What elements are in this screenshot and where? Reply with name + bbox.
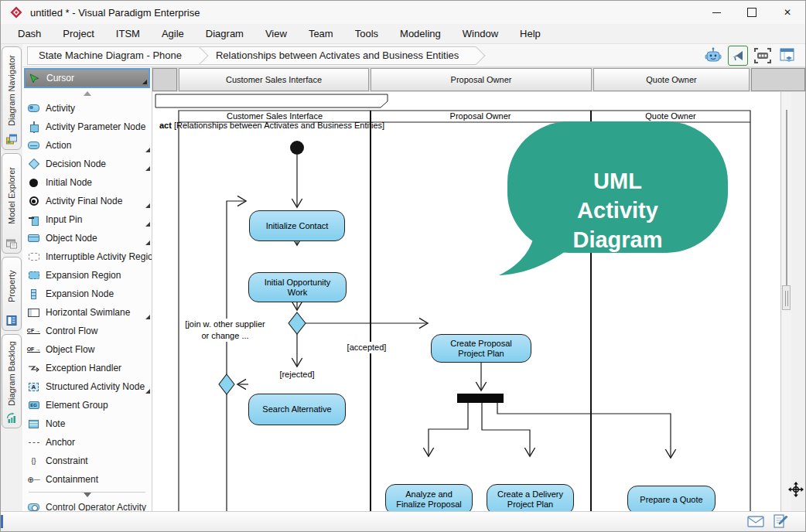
maximize-button[interactable] (734, 1, 770, 24)
sidebar-tab-diagram-navigator[interactable]: Diagram Navigator (2, 46, 22, 150)
model-explorer-icon (6, 237, 18, 249)
palette-item-note[interactable]: Note (22, 414, 152, 433)
submenu-corner-icon (145, 222, 150, 227)
tool-palette: Cursor Activity Activity Parameter Node … (22, 67, 152, 511)
edit-log-button[interactable] (771, 513, 790, 529)
sticky-header-corner[interactable] (152, 68, 177, 91)
vertical-scrollbar[interactable] (780, 92, 791, 511)
frame-title: [Relationships between Activates and Bus… (174, 121, 384, 130)
palette-item-expansion-node[interactable]: Expansion Node (22, 285, 152, 303)
sidebar-tab-diagram-backlog[interactable]: Diagram Backlog (2, 334, 22, 428)
palette-scroll-down[interactable] (84, 497, 91, 509)
merge-node[interactable] (219, 374, 234, 394)
object-flow-icon: OF (27, 344, 40, 356)
node-prepare-a-quote[interactable]: Prepare a Quote (627, 486, 715, 511)
node-initialize-contact[interactable]: Initialize Contact (249, 210, 345, 241)
menu-item-itsm[interactable]: ITSM (105, 25, 151, 43)
decision-node[interactable] (289, 312, 306, 334)
menu-item-modeling[interactable]: Modeling (389, 25, 452, 43)
palette-item-object-flow[interactable]: OFObject Flow (22, 340, 152, 359)
close-button[interactable] (770, 1, 805, 24)
palette-item-object-node[interactable]: Object Node (22, 229, 152, 247)
menu-item-help[interactable]: Help (509, 25, 552, 43)
lane-header-customer-sales-interface[interactable]: Customer Sales Interface (227, 111, 323, 121)
menu-item-tools[interactable]: Tools (344, 25, 389, 43)
menu-item-dash[interactable]: Dash (7, 25, 52, 43)
sticky-header-proposal-owner[interactable]: Proposal Owner (371, 68, 592, 91)
node-analyze-and-finalize-proposal[interactable]: Analyze and Finalize Proposal (385, 484, 473, 511)
diagram-overview-button[interactable] (777, 46, 797, 66)
palette-item-activity[interactable]: Activity (22, 99, 152, 118)
element-group-icon: EG (29, 401, 39, 409)
menu-item-team[interactable]: Team (298, 25, 344, 43)
edge-label-rejected[interactable]: [rejected] (274, 369, 320, 380)
palette-item-structured-activity-node[interactable]: AStructured Activity Node (22, 377, 152, 396)
app-window: untitled * - Visual Paradigm Enterprise … (0, 0, 806, 532)
breadcrumb-item-current-diagram[interactable]: Relationships between Activates and Busi… (199, 46, 476, 65)
submenu-corner-icon (145, 203, 150, 208)
menu-item-window[interactable]: Window (452, 25, 509, 43)
palette-item-expansion-region[interactable]: Expansion Region (22, 266, 152, 285)
edge-fork-to-delivery[interactable] (482, 403, 530, 455)
node-create-proposal-project-plan[interactable]: Create Proposal Project Plan (431, 334, 531, 363)
messages-button[interactable] (746, 513, 765, 529)
swimlane-sticky-header: Customer Sales Interface Proposal Owner … (152, 67, 805, 92)
menu-item-project[interactable]: Project (52, 25, 104, 43)
selection-frame-button[interactable] (753, 46, 773, 66)
edge-fork-to-analyze[interactable] (429, 403, 468, 455)
fork-bar[interactable] (457, 394, 504, 403)
edge-label-join[interactable]: [join w. other supplier or change ... (184, 319, 266, 342)
diagram-canvas[interactable]: Customer Sales Interface Proposal Owner … (152, 92, 780, 511)
activity-icon (28, 104, 39, 112)
sticky-header-quote-owner[interactable]: Quote Owner (593, 68, 750, 91)
palette-item-anchor[interactable]: Anchor (22, 433, 152, 452)
palette-item-decision-node[interactable]: Decision Node (22, 155, 152, 173)
palette-item-horizontal-swimlane[interactable]: Horizontal Swimlane (22, 303, 152, 322)
assistant-robot-button[interactable] (703, 46, 723, 66)
structured-activity-node-icon: A (29, 383, 39, 391)
palette-scroll-up[interactable] (22, 88, 152, 99)
sidebar-tab-label: Property (2, 262, 21, 310)
panel-splitter-grip[interactable] (782, 285, 791, 310)
lane-header-quote-owner[interactable]: Quote Owner (645, 111, 696, 121)
submenu-corner-icon (145, 315, 150, 319)
palette-item-activity-parameter-node[interactable]: Activity Parameter Node (22, 118, 152, 136)
palette-item-action[interactable]: Action (22, 136, 152, 155)
node-create-a-delivery-project-plan[interactable]: Create a Delivery Project Plan (487, 484, 574, 511)
object-node-icon (28, 234, 39, 242)
palette-item-exception-handler[interactable]: Exception Handler (22, 359, 152, 377)
sidebar-tab-model-explorer[interactable]: Model Explorer (2, 153, 22, 254)
menu-item-agile[interactable]: Agile (151, 25, 195, 43)
sticky-header-corner-right[interactable] (751, 68, 805, 91)
palette-item-activity-final-node[interactable]: Activity Final Node (22, 192, 152, 210)
minimize-button[interactable] (698, 1, 734, 24)
edge-label-accepted[interactable]: [accepted] (344, 342, 389, 353)
palette-item-element-group[interactable]: EGElement Group (22, 396, 152, 414)
scrollbar-thumb[interactable] (786, 110, 787, 294)
edge-merge-to-initialize-contact[interactable] (227, 201, 245, 374)
menu-item-view[interactable]: View (254, 25, 298, 43)
palette-item-interruptible-activity-region[interactable]: Interruptible Activity Region (22, 247, 152, 266)
palette-item-initial-node[interactable]: Initial Node (22, 173, 152, 192)
submenu-corner-icon (145, 166, 150, 171)
node-search-alternative[interactable]: Search Alternative (248, 394, 346, 425)
palette-item-containment[interactable]: ⊕Containment (22, 470, 152, 489)
pan-mode-icon[interactable] (788, 482, 804, 497)
sticky-header-customer-sales-interface[interactable]: Customer Sales Interface (179, 68, 369, 91)
sidebar-tab-property[interactable]: Property (2, 257, 22, 331)
palette-item-constraint[interactable]: {}Constraint (22, 452, 152, 470)
palette-item-label: Cursor (46, 73, 74, 84)
palette-item-cursor[interactable]: Cursor (24, 68, 150, 88)
breadcrumb-item-parent-diagram[interactable]: State Machine Diagram - Phone (27, 46, 199, 65)
announcement-button[interactable] (728, 46, 748, 66)
node-initial-opportunity-work[interactable]: Initial Opportunity Work (248, 272, 347, 302)
palette-item-control-flow[interactable]: CFControl Flow (22, 322, 152, 340)
callout-text[interactable]: UML Activity Diagram (507, 166, 728, 254)
canvas-region: Customer Sales Interface Proposal Owner … (152, 67, 805, 511)
action-icon (28, 142, 39, 149)
activity-frame-tab (155, 94, 388, 107)
menu-item-diagram[interactable]: Diagram (195, 25, 254, 43)
initial-node[interactable] (290, 141, 304, 155)
palette-item-input-pin[interactable]: Input Pin (22, 210, 152, 229)
lane-header-proposal-owner[interactable]: Proposal Owner (450, 111, 511, 121)
